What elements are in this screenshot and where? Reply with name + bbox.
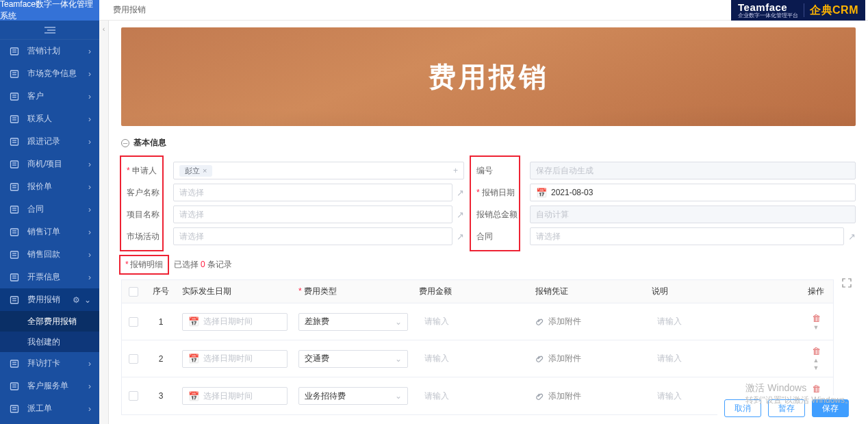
label-project: 项目名称: [121, 203, 162, 225]
row-index: 1: [145, 317, 177, 327]
sidebar-item-label: 跟进记录: [27, 136, 88, 147]
cancel-button[interactable]: 取消: [724, 399, 761, 417]
sidebar-dispatch[interactable]: 派工单›: [0, 397, 99, 420]
sidebar-marketing-plan[interactable]: 营销计划›: [0, 40, 99, 62]
row-desc-input[interactable]: 请输入: [652, 313, 793, 331]
sidebar-item-label: 营销计划: [27, 45, 88, 57]
svg-rect-45: [11, 406, 18, 412]
sidebar-item-label: 市场竞争信息: [27, 68, 88, 79]
move-down-icon[interactable]: ▼: [813, 325, 819, 331]
sidebar-invoice[interactable]: 开票信息›: [0, 266, 99, 288]
svg-rect-12: [11, 116, 18, 123]
gear-icon[interactable]: ⚙: [73, 295, 80, 305]
sidebar-item-label: 客户: [27, 90, 88, 102]
row-amount-input[interactable]: 请输入: [419, 387, 524, 405]
sidebar-subitem[interactable]: 我创建的: [0, 332, 99, 352]
external-link-icon[interactable]: ↗: [457, 188, 464, 198]
chevron-down-icon: ⌄: [395, 354, 402, 364]
sidebar-collapse-button[interactable]: [0, 21, 99, 40]
collapse-circle-icon[interactable]: [121, 139, 129, 147]
brand-logo-card: Teamface 企业数字一体化管理平台 企典CRM: [731, 0, 865, 21]
chevron-right-icon: ›: [88, 47, 91, 56]
sidebar-item-label: 客户服务单: [27, 380, 88, 392]
sidebar-expense[interactable]: 费用报销⚙⌄: [0, 288, 99, 311]
svg-rect-21: [11, 184, 18, 190]
contract-select[interactable]: 请选择: [530, 227, 844, 245]
project-select[interactable]: 请选择: [173, 205, 452, 223]
menu-item-icon: [10, 227, 22, 237]
menu-item-icon: [10, 114, 22, 124]
sidebar-contract[interactable]: 合同›: [0, 198, 99, 221]
sidebar-payment[interactable]: 销售回款›: [0, 243, 99, 266]
delete-row-icon[interactable]: 🗑: [812, 313, 821, 323]
sidebar-quote[interactable]: 报价单›: [0, 175, 99, 198]
sidebar-sales-order[interactable]: 销售订单›: [0, 221, 99, 243]
activity-select[interactable]: 请选择: [173, 227, 452, 245]
th-amount: 费用金额: [413, 286, 530, 297]
row-type-select[interactable]: 交通费⌄: [298, 350, 408, 368]
reimb-date-input[interactable]: 📅 2021-08-03: [530, 184, 856, 201]
chip-remove-icon[interactable]: ×: [203, 166, 207, 175]
row-attachment-button[interactable]: 添加附件: [535, 390, 641, 402]
sidebar-opportunity[interactable]: 商机/项目›: [0, 153, 99, 175]
applicant-chip[interactable]: 彭立 ×: [179, 165, 212, 177]
row-attachment-button[interactable]: 添加附件: [535, 316, 641, 327]
menu-item-icon: [10, 47, 22, 56]
sidebar-item-label: 合同: [27, 203, 88, 215]
row-type-select[interactable]: 业务招待费⌄: [298, 387, 408, 405]
menu-item-icon: [10, 295, 22, 305]
row-date-input[interactable]: 📅选择日期时间: [182, 387, 288, 405]
label-code: 编号: [471, 160, 519, 182]
add-icon[interactable]: +: [453, 166, 458, 175]
section-title-label: 基本信息: [133, 137, 166, 149]
label-customer: 客户名称: [121, 182, 162, 203]
applicant-input[interactable]: 彭立 × +: [173, 162, 464, 179]
delete-row-icon[interactable]: 🗑: [812, 346, 821, 356]
row-amount-input[interactable]: 请输入: [419, 350, 524, 368]
row-attachment-button[interactable]: 添加附件: [535, 353, 641, 364]
sidebar-contact[interactable]: 联系人›: [0, 108, 99, 130]
calendar-icon: 📅: [188, 391, 199, 401]
svg-rect-6: [11, 71, 18, 77]
row-date-input[interactable]: 📅选择日期时间: [182, 313, 288, 331]
th-type: *费用类型: [293, 286, 413, 297]
move-down-icon[interactable]: ▼: [813, 365, 819, 371]
label-reimb-date: *报销日期: [471, 182, 519, 203]
sidebar-competition[interactable]: 市场竞争信息›: [0, 62, 99, 85]
label-contract: 合同: [471, 225, 519, 247]
sidebar-followup[interactable]: 跟进记录›: [0, 130, 99, 153]
menu-item-icon: [10, 273, 22, 282]
label-details: *报销明细: [121, 257, 167, 273]
external-link-icon[interactable]: ↗: [848, 232, 856, 242]
row-desc-input[interactable]: 请输入: [652, 350, 793, 368]
row-checkbox[interactable]: [129, 391, 138, 401]
sidebar-customer[interactable]: 客户›: [0, 85, 99, 108]
svg-rect-18: [11, 161, 18, 168]
calendar-icon: 📅: [188, 316, 199, 327]
sidebar-item-label: 费用报销: [27, 294, 73, 305]
row-index: 3: [145, 391, 177, 401]
sidebar-service[interactable]: 客户服务单›: [0, 375, 99, 397]
label-total: 报销总金额: [471, 203, 519, 225]
page-banner: 费用报销: [121, 27, 856, 126]
external-link-icon[interactable]: ↗: [457, 210, 464, 220]
delete-row-icon[interactable]: 🗑: [812, 384, 821, 394]
row-amount-input[interactable]: 请输入: [419, 313, 524, 331]
row-checkbox[interactable]: [129, 354, 138, 364]
fullscreen-icon[interactable]: [838, 273, 856, 288]
row-date-input[interactable]: 📅选择日期时间: [182, 350, 288, 368]
customer-select[interactable]: 请选择: [173, 184, 452, 201]
row-type-select[interactable]: 差旅费⌄: [298, 313, 408, 331]
select-all-checkbox[interactable]: [129, 287, 138, 297]
table-row: 2📅选择日期时间交通费⌄请输入添加附件请输入🗑▲▼: [122, 340, 833, 377]
external-link-icon[interactable]: ↗: [457, 232, 464, 242]
sidebar-subitem[interactable]: 全部费用报销: [0, 311, 99, 332]
save-draft-button[interactable]: 暂存: [768, 399, 805, 417]
row-checkbox[interactable]: [129, 317, 138, 327]
move-up-icon[interactable]: ▲: [813, 358, 819, 364]
sidebar-visit[interactable]: 拜访打卡›: [0, 352, 99, 375]
logo-crm: 企典CRM: [810, 3, 858, 18]
panel-collapse-handle[interactable]: ‹: [99, 21, 109, 424]
save-button[interactable]: 保存: [812, 399, 849, 417]
collapse-lines-icon: [44, 26, 56, 34]
